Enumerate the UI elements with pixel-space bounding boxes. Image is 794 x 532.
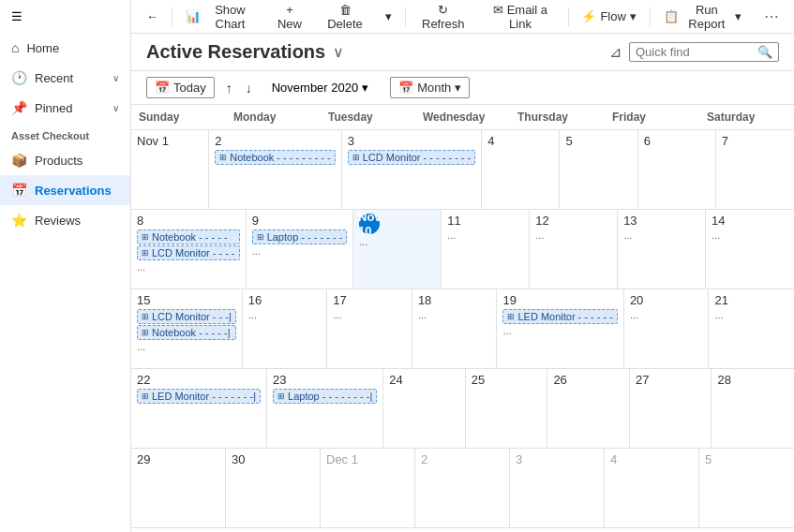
cal-cell-nov17[interactable]: 17 ... <box>327 289 412 368</box>
cal-cell-nov22[interactable]: 22 ⊞ LED Monitor - - - - - - -| <box>131 369 267 448</box>
event-notebook-w2[interactable]: ⊞ Notebook - - - - - <box>137 229 240 244</box>
more-events-w2-sun[interactable]: ... <box>137 261 240 273</box>
cal-cell-nov26[interactable]: 26 <box>547 369 630 448</box>
delete-button[interactable]: 🗑 Delete <box>316 0 374 35</box>
email-link-button[interactable]: ✉ Email a Link <box>478 0 562 35</box>
cal-cell-dec1[interactable]: Dec 1 <box>321 449 415 527</box>
cal-cell-nov5[interactable]: 5 <box>560 130 637 209</box>
run-report-label: Run Report <box>682 3 731 31</box>
more-events-w2-sat[interactable]: ... <box>712 229 788 241</box>
more-events-w2-thu[interactable]: ... <box>535 229 611 241</box>
delete-dropdown[interactable]: ▾ <box>378 6 399 27</box>
filter-icon[interactable]: ⊿ <box>609 43 622 61</box>
sidebar-item-recent[interactable]: 🕐 Recent ∨ <box>0 63 130 93</box>
cal-cell-nov25[interactable]: 25 <box>466 369 548 448</box>
more-button[interactable]: ⋯ <box>757 4 787 29</box>
cal-cell-nov11[interactable]: 11 ... <box>442 210 530 288</box>
cal-cell-nov21[interactable]: 21 ... <box>709 289 794 368</box>
sidebar-item-reservations[interactable]: 📅 Reservations <box>0 175 130 205</box>
cal-cell-nov27[interactable]: 27 <box>630 369 712 448</box>
prev-period-button[interactable]: ↑ <box>220 78 238 98</box>
cal-cell-nov12[interactable]: 12 ... <box>530 210 618 288</box>
event-led-w3[interactable]: ⊞ LED Monitor - - - - - - <box>502 309 617 324</box>
show-chart-button[interactable]: 📊 Show Chart <box>178 0 263 35</box>
today-button[interactable]: 📅 Today <box>146 77 215 98</box>
month-year-selector[interactable]: November 2020 ▾ <box>263 77 378 98</box>
sidebar-item-products[interactable]: 📦 Products <box>0 145 130 175</box>
calendar-header-row: Sunday Monday Tuesday Wednesday Thursday… <box>131 105 794 130</box>
sidebar-item-reviews[interactable]: ⭐ Reviews <box>0 205 130 235</box>
event-lcd-w3[interactable]: ⊞ LCD Monitor - - -| <box>137 309 236 324</box>
run-report-button[interactable]: 📋 Run Report ▾ <box>656 0 749 35</box>
event-laptop-w4[interactable]: ⊞ Laptop - - - - - - - -| <box>273 389 377 404</box>
toolbar-sep-3 <box>568 7 569 26</box>
more-events-w3-sun[interactable]: ... <box>137 341 236 352</box>
cal-cell-nov20[interactable]: 20 ... <box>624 289 710 368</box>
more-events-w3-wed[interactable]: ... <box>418 309 491 320</box>
event-led-w4[interactable]: ⊞ LED Monitor - - - - - - -| <box>137 389 261 404</box>
event-notebook-w1[interactable]: ⊞ Notebook - - - - - - - - - <box>215 150 336 165</box>
cal-cell-nov2[interactable]: 2 ⊞ Notebook - - - - - - - - - <box>209 130 342 209</box>
cal-cell-nov16[interactable]: 16 ... <box>243 289 328 368</box>
more-events-w3-fri[interactable]: ... <box>630 309 703 320</box>
event-lcd-w2-label: LCD Monitor - - - - <box>152 247 235 259</box>
cal-cell-dec3[interactable]: 3 <box>510 449 605 527</box>
new-button[interactable]: + New <box>267 0 312 35</box>
back-button[interactable]: ← <box>139 6 166 27</box>
date-nov23: 23 <box>273 373 286 387</box>
more-events-w3-sat[interactable]: ... <box>714 309 788 320</box>
cal-cell-nov8[interactable]: 8 ⊞ Notebook - - - - - ⊞ LCD Monitor - -… <box>131 210 247 288</box>
cal-cell-nov9[interactable]: 9 ⊞ Laptop - - - - - - - ... <box>247 210 354 288</box>
event-lcd-w1[interactable]: ⊞ LCD Monitor - - - - - - - - <box>348 150 476 165</box>
event-notebook-w3[interactable]: ⊞ Notebook - - - - -| <box>137 325 236 340</box>
flow-button[interactable]: ⚡ Flow ▾ <box>574 6 643 27</box>
more-events-w2-fri[interactable]: ... <box>623 229 699 241</box>
run-report-icon: 📋 <box>664 9 679 23</box>
cal-cell-nov19[interactable]: 19 ⊞ LED Monitor - - - - - - ... <box>497 289 623 368</box>
cal-cell-nov23[interactable]: 23 ⊞ Laptop - - - - - - - -| <box>267 369 383 448</box>
cal-cell-nov18[interactable]: 18 ... <box>412 289 498 368</box>
title-chevron-icon[interactable]: ∨ <box>333 43 344 61</box>
event-grid-icon: ⊞ <box>219 153 227 162</box>
hamburger-button[interactable]: ☰ <box>0 0 130 33</box>
sidebar-item-home[interactable]: ⌂ Home <box>0 33 130 63</box>
cal-cell-nov29[interactable]: 29 <box>131 449 226 527</box>
cal-cell-nov3[interactable]: 3 ⊞ LCD Monitor - - - - - - - - <box>342 130 483 209</box>
cal-cell-dec2[interactable]: 2 <box>415 449 510 527</box>
event-laptop-w2[interactable]: ⊞ Laptop - - - - - - - <box>252 229 348 244</box>
next-period-button[interactable]: ↓ <box>240 78 258 98</box>
date-nov7: 7 <box>722 134 728 148</box>
cal-cell-nov6[interactable]: 6 <box>638 130 716 209</box>
cal-cell-nov28[interactable]: 28 <box>712 369 794 448</box>
cal-cell-nov14[interactable]: 14 ... <box>706 210 794 288</box>
cal-cell-nov13[interactable]: 13 ... <box>618 210 706 288</box>
quick-find-input[interactable] <box>636 45 757 59</box>
more-events-w3-tue[interactable]: ... <box>333 309 406 320</box>
home-icon: ⌂ <box>11 40 19 55</box>
cal-cell-nov1[interactable]: Nov 1 <box>131 130 209 209</box>
cal-cell-nov7[interactable]: 7 <box>716 130 794 209</box>
cal-cell-nov10[interactable]: Nov 10 ... <box>353 210 442 288</box>
more-events-w2-mon[interactable]: ... <box>252 245 348 257</box>
date-dec1: Dec 1 <box>326 452 358 466</box>
cal-cell-nov15[interactable]: 15 ⊞ LCD Monitor - - -| ⊞ Notebook - - -… <box>131 289 243 368</box>
date-nov21: 21 <box>714 293 727 307</box>
sidebar-products-label: Products <box>35 154 82 168</box>
event-lcd-w2[interactable]: ⊞ LCD Monitor - - - - <box>137 245 240 260</box>
date-nov16: 16 <box>248 293 262 307</box>
cal-cell-nov24[interactable]: 24 <box>383 369 466 448</box>
date-nov5: 5 <box>565 134 572 148</box>
cal-cell-nov4[interactable]: 4 <box>482 130 560 209</box>
calendar-week-4: 22 ⊞ LED Monitor - - - - - - -| 23 ⊞ Lap… <box>131 369 794 449</box>
cal-cell-dec5[interactable]: 5 <box>699 449 794 527</box>
cal-cell-dec4[interactable]: 4 <box>605 449 699 527</box>
event-lcd-label: LCD Monitor - - - - - - - - <box>363 152 472 163</box>
refresh-button[interactable]: ↻ Refresh <box>412 0 474 35</box>
view-mode-button[interactable]: 📅 Month ▾ <box>390 77 470 98</box>
more-events-w3-thu[interactable]: ... <box>502 325 617 336</box>
more-events-w2-wed[interactable]: ... <box>447 229 523 241</box>
cal-cell-nov30[interactable]: 30 <box>226 449 321 527</box>
more-events-w3-mon[interactable]: ... <box>248 309 322 320</box>
main-content: ← 📊 Show Chart + New 🗑 Delete ▾ ↻ Refres… <box>131 0 794 532</box>
sidebar-item-pinned[interactable]: 📌 Pinned ∨ <box>0 93 130 123</box>
